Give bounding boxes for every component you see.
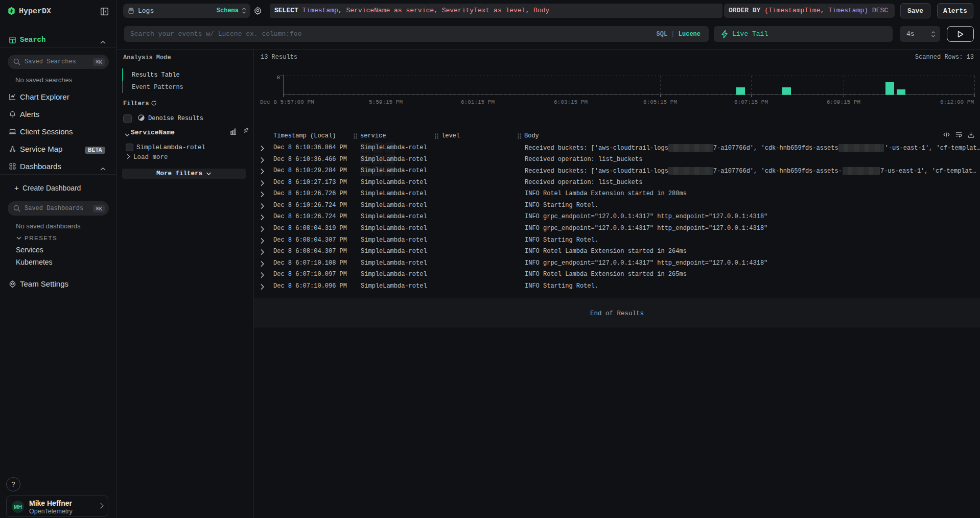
- svg-text:8: 8: [276, 75, 280, 81]
